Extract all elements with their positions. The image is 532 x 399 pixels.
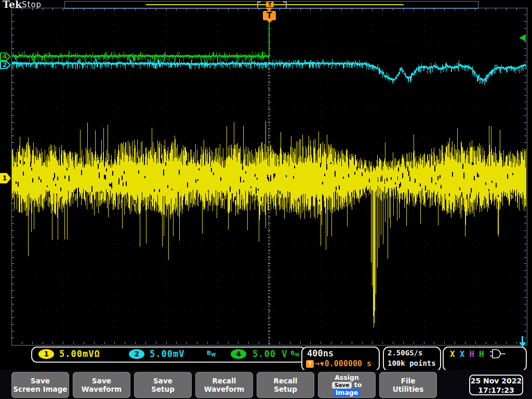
ch4-scale-readout: 5.00 V (252, 349, 287, 359)
ch1-reference-marker[interactable]: 1 (0, 173, 11, 183)
ch4-bandwidth-icon: BW (290, 350, 299, 357)
logic-state-ch4: H (479, 349, 484, 359)
ch4-reference-marker[interactable]: 4 (0, 52, 11, 61)
date-value: 25 Nov 2022 (470, 376, 522, 385)
ch4-badge[interactable]: 4 (231, 349, 246, 359)
ch2-badge[interactable]: 2 (129, 349, 144, 359)
trigger-t-icon: T (306, 360, 314, 368)
menu-bar: SaveScreen Image SaveWaveform SaveSetup … (0, 370, 532, 399)
ch2-scale-readout: 5.00mV (150, 349, 184, 359)
tek-logo: Tek (3, 0, 22, 10)
logic-state-ch3: H (469, 349, 474, 359)
record-view-left-bracket (257, 2, 261, 9)
trigger-position-readout: T → ▼ 0.000000 s (306, 359, 371, 368)
sample-rate-readout: 2.50GS/s (388, 348, 440, 358)
ch1-scale-readout: 5.00mVΩ (59, 349, 100, 359)
trigger-level-arrow[interactable] (519, 34, 526, 42)
record-view-trigger-icon[interactable]: T (266, 2, 274, 7)
triangle-down-icon: ▼ (320, 361, 324, 367)
waveform-display (0, 0, 532, 399)
assign-target-highlight: Image (334, 389, 361, 396)
save-waveform-button[interactable]: SaveWaveform (73, 372, 130, 398)
channel-readout-box: 1 5.00mVΩ 2 5.00mV BW 4 5.00 V BW (31, 347, 306, 363)
logic-gate-icon (489, 349, 508, 359)
datetime-display: 25 Nov 2022 17:17:23 (469, 375, 523, 395)
horizontal-readout-box: 400ns T → ▼ 0.000000 s (301, 347, 380, 371)
ch4-marker-label: 4 (2, 52, 8, 61)
file-utilities-button[interactable]: FileUtilities (379, 372, 437, 398)
record-length-readout: 100k points (388, 358, 440, 368)
assign-save-button[interactable]: Assign Save to Image (318, 372, 376, 398)
trigger-position-value: 0.000000 s (325, 359, 371, 368)
trigger-flag-tip (267, 20, 272, 23)
save-screen-image-button[interactable]: SaveScreen Image (11, 372, 69, 398)
logic-trigger-box: X X H H (443, 347, 527, 371)
acquisition-readout-box: 2.50GS/s 100k points (383, 347, 441, 371)
ch1-badge[interactable]: 1 (38, 349, 54, 359)
recall-setup-button[interactable]: RecallSetup (257, 372, 314, 398)
ch2-marker-label: 2 (2, 61, 8, 69)
ch1-marker-label: 1 (2, 173, 8, 183)
ch2-bandwidth-icon: BW (207, 350, 216, 357)
trigger-position-flag[interactable]: T (263, 11, 276, 20)
recall-waveform-button[interactable]: RecallWaveform (195, 372, 253, 398)
logic-state-ch2: X (460, 349, 465, 359)
save-setup-button[interactable]: SaveSetup (134, 372, 192, 398)
time-value: 17:17:23 (470, 385, 522, 395)
save-pill-badge: Save (332, 382, 352, 389)
acquisition-status: Stop (22, 0, 42, 9)
logic-state-ch1: X (450, 349, 455, 359)
timebase-readout: 400ns (307, 348, 334, 358)
arrow-right-icon: → (314, 360, 320, 367)
record-view-right-bracket (283, 2, 287, 9)
ch2-reference-marker[interactable]: 2 (0, 61, 11, 69)
record-view-waveform (146, 4, 404, 5)
oscilloscope-screen: Tek Stop T T 4 2 1 1 5.00mVΩ 2 5.00mV BW (0, 0, 532, 399)
